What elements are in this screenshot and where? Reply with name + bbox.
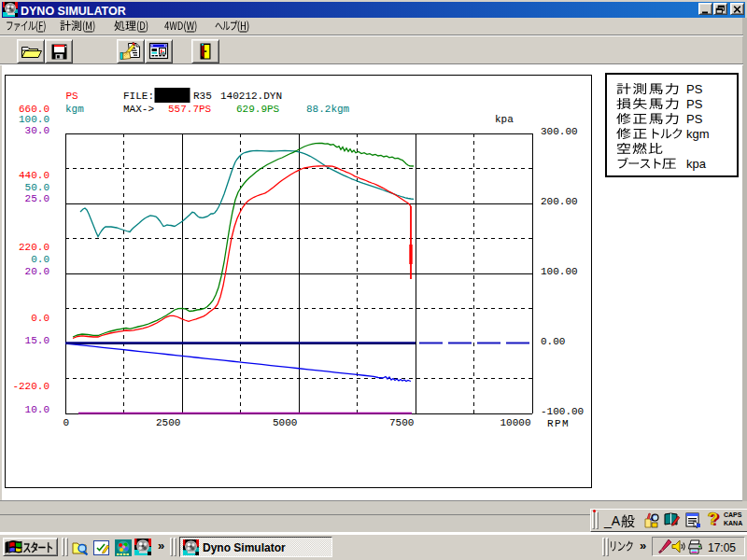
svg-text:?: ? — [708, 511, 719, 528]
